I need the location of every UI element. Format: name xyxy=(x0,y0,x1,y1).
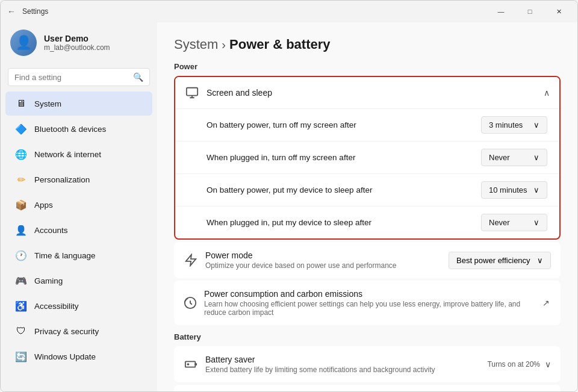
sidebar-item-network[interactable]: 🌐 Network & internet xyxy=(5,142,152,166)
screen-sleep-icon xyxy=(185,86,199,100)
sidebar-item-label-windows-update: Windows Update xyxy=(34,352,96,361)
power-mode-chevron-icon: ∨ xyxy=(537,256,543,265)
battery-saver-right: Turns on at 20% ∨ xyxy=(487,359,551,369)
minimize-button[interactable]: — xyxy=(487,2,515,21)
sleep-row-1-value: Never xyxy=(489,153,510,162)
battery-usage-header[interactable]: Battery usage ∨ xyxy=(174,385,561,391)
power-consumption-header[interactable]: Power consumption and carbon emissions L… xyxy=(174,281,561,325)
window-controls: — □ ✕ xyxy=(487,2,573,21)
sleep-row-3-chevron-icon: ∨ xyxy=(533,218,539,227)
gaming-icon: 🎮 xyxy=(15,275,27,287)
screen-sleep-card: Screen and sleep ∧ On battery power, tur… xyxy=(174,76,561,240)
main-layout: 👤 User Demo m_lab@outlook.com 🔍 🖥 System… xyxy=(1,22,577,391)
sidebar-item-personalization[interactable]: ✏ Personalization xyxy=(5,167,152,191)
power-section-label: Power xyxy=(174,62,561,71)
power-consumption-info: Power consumption and carbon emissions L… xyxy=(204,289,541,317)
sidebar-item-apps[interactable]: 📦 Apps xyxy=(5,193,152,217)
search-box[interactable]: 🔍 xyxy=(8,68,150,86)
sidebar-item-label-accounts: Accounts xyxy=(34,226,68,235)
sleep-row-2: On battery power, put my device to sleep… xyxy=(175,173,559,206)
maximize-button[interactable]: □ xyxy=(516,2,544,21)
search-icon: 🔍 xyxy=(133,72,143,82)
sidebar-item-system[interactable]: 🖥 System xyxy=(5,92,152,116)
breadcrumb-parent[interactable]: System xyxy=(174,37,218,52)
sleep-row-0-dropdown[interactable]: 3 minutes ∨ xyxy=(481,116,547,134)
sleep-row-2-label: On battery power, put my device to sleep… xyxy=(207,185,372,194)
svg-rect-0 xyxy=(187,88,197,96)
sidebar-item-time[interactable]: 🕐 Time & language xyxy=(5,243,152,267)
sidebar-item-label-personalization: Personalization xyxy=(34,175,90,184)
battery-saver-card: Battery saver Extend battery life by lim… xyxy=(174,346,561,382)
sleep-row-3: When plugged in, put my device to sleep … xyxy=(175,206,559,238)
avatar-icon: 👤 xyxy=(16,35,32,51)
screen-sleep-chevron: ∧ xyxy=(544,88,550,98)
titlebar: ← Settings — □ ✕ xyxy=(1,1,577,22)
battery-saver-turns-on: Turns on at 20% xyxy=(487,360,540,369)
network-icon: 🌐 xyxy=(15,148,27,160)
windows-update-icon: 🔄 xyxy=(15,350,27,362)
sidebar-item-accounts[interactable]: 👤 Accounts xyxy=(5,218,152,242)
time-icon: 🕐 xyxy=(15,249,27,261)
sidebar-item-label-gaming: Gaming xyxy=(34,276,63,285)
external-link-icon[interactable]: ↗ xyxy=(541,297,551,308)
sidebar-item-label-system: System xyxy=(34,99,61,108)
power-consumption-left: Power consumption and carbon emissions L… xyxy=(184,289,541,317)
power-mode-icon xyxy=(184,253,198,267)
power-mode-info: Power mode Optimize your device based on… xyxy=(205,250,397,270)
apps-icon: 📦 xyxy=(15,199,27,211)
svg-rect-4 xyxy=(185,361,196,367)
sidebar-item-windows-update[interactable]: 🔄 Windows Update xyxy=(5,344,152,369)
power-mode-left: Power mode Optimize your device based on… xyxy=(184,250,397,270)
power-mode-card: Power mode Optimize your device based on… xyxy=(174,242,561,278)
power-mode-dropdown[interactable]: Best power efficiency ∨ xyxy=(449,252,551,269)
battery-saver-info: Battery saver Extend battery life by lim… xyxy=(205,355,435,374)
sidebar-item-label-time: Time & language xyxy=(34,251,96,260)
sleep-row-1-chevron-icon: ∨ xyxy=(533,153,539,162)
sleep-row-2-dropdown[interactable]: 10 minutes ∨ xyxy=(481,181,547,199)
battery-saver-left: Battery saver Extend battery life by lim… xyxy=(184,355,435,374)
sidebar-item-label-bluetooth: Bluetooth & devices xyxy=(34,125,106,134)
breadcrumb: System › Power & battery xyxy=(174,37,561,52)
power-mode-subtitle: Optimize your device based on power use … xyxy=(205,261,397,270)
user-info: User Demo m_lab@outlook.com xyxy=(44,34,110,52)
personalization-icon: ✏ xyxy=(15,173,27,185)
sleep-row-0-chevron-icon: ∨ xyxy=(533,120,539,129)
breadcrumb-separator: › xyxy=(222,38,226,52)
battery-section-label: Battery xyxy=(174,332,561,341)
power-consumption-icon xyxy=(184,296,197,310)
sleep-row-1-dropdown[interactable]: Never ∨ xyxy=(481,149,547,166)
sleep-row-0-value: 3 minutes xyxy=(489,120,523,129)
sleep-row-1: When plugged in, turn off my screen afte… xyxy=(175,141,559,173)
sidebar-item-label-network: Network & internet xyxy=(34,150,101,159)
sleep-row-0: On battery power, turn off my screen aft… xyxy=(175,108,559,141)
power-mode-row[interactable]: Power mode Optimize your device based on… xyxy=(174,242,561,278)
sidebar-item-privacy[interactable]: 🛡 Privacy & security xyxy=(5,319,152,343)
titlebar-left: ← Settings xyxy=(5,5,48,17)
sidebar-item-gaming[interactable]: 🎮 Gaming xyxy=(5,269,152,293)
battery-saver-title: Battery saver xyxy=(205,355,435,364)
battery-saver-row[interactable]: Battery saver Extend battery life by lim… xyxy=(174,346,561,382)
bluetooth-icon: 🔷 xyxy=(15,123,27,135)
user-email: m_lab@outlook.com xyxy=(44,43,110,52)
user-profile[interactable]: 👤 User Demo m_lab@outlook.com xyxy=(1,22,157,63)
accessibility-icon: ♿ xyxy=(15,300,27,312)
avatar: 👤 xyxy=(10,30,37,56)
sleep-row-0-label: On battery power, turn off my screen aft… xyxy=(207,120,356,129)
screen-sleep-title: Screen and sleep xyxy=(207,88,272,98)
content-area: System › Power & battery Power xyxy=(157,22,577,391)
battery-saver-subtitle: Extend battery life by limiting some not… xyxy=(205,366,435,374)
user-name: User Demo xyxy=(44,34,110,43)
system-icon: 🖥 xyxy=(15,98,27,110)
sidebar-item-accessibility[interactable]: ♿ Accessibility xyxy=(5,294,152,318)
power-mode-title: Power mode xyxy=(205,250,397,260)
sidebar-item-bluetooth[interactable]: 🔷 Bluetooth & devices xyxy=(5,117,152,141)
close-button[interactable]: ✕ xyxy=(545,2,573,21)
back-button[interactable]: ← xyxy=(5,5,17,17)
search-input[interactable] xyxy=(14,73,128,82)
battery-saver-chevron: ∨ xyxy=(545,359,551,369)
accounts-icon: 👤 xyxy=(15,224,27,236)
sleep-row-3-dropdown[interactable]: Never ∨ xyxy=(481,214,547,231)
screen-sleep-header[interactable]: Screen and sleep ∧ xyxy=(175,77,559,108)
sleep-row-3-label: When plugged in, put my device to sleep … xyxy=(207,218,371,227)
power-consumption-card: Power consumption and carbon emissions L… xyxy=(174,281,561,325)
